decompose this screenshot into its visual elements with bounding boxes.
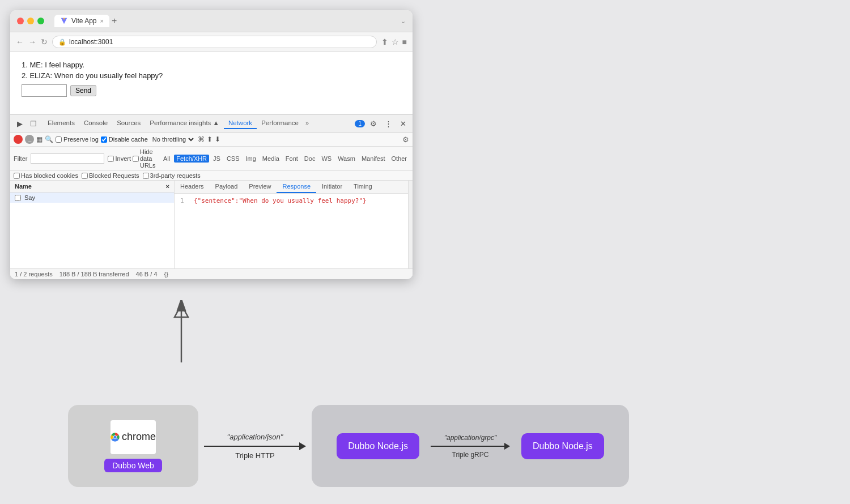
chip-js[interactable]: JS — [211, 155, 223, 163]
tab-performance[interactable]: Performance — [257, 118, 303, 129]
requests-count: 1 / 2 requests — [15, 271, 53, 277]
back-button[interactable]: ← — [16, 37, 24, 46]
up-arrow — [164, 300, 198, 370]
split-view-icon[interactable]: ■ — [402, 37, 407, 46]
chip-ws[interactable]: WS — [319, 155, 334, 163]
chrome-label: chrome — [122, 431, 156, 443]
devtools-tabs: Elements Console Sources Performance ins… — [43, 118, 354, 129]
tab-payload[interactable]: Payload — [210, 181, 244, 193]
window-controls: ⌄ — [401, 18, 406, 25]
chip-media[interactable]: Media — [260, 155, 282, 163]
new-tab-button[interactable]: + — [112, 16, 117, 26]
lock-icon: 🔒 — [58, 39, 66, 46]
preserve-log-checkbox[interactable] — [56, 136, 62, 143]
filter-input[interactable] — [31, 153, 104, 164]
tab-network[interactable]: Network — [224, 118, 257, 129]
search-icon[interactable]: 🔍 — [45, 135, 53, 143]
chip-wasm[interactable]: Wasm — [335, 155, 358, 163]
tab-console[interactable]: Console — [79, 118, 112, 129]
filter-bar: Filter Invert Hide data URLs All Fetch/X… — [10, 147, 413, 171]
record-button[interactable] — [14, 135, 23, 144]
close-button[interactable] — [17, 18, 24, 24]
response-tabs: Headers Payload Preview Response Initiat… — [175, 181, 408, 194]
page-content: 1. ME: I feel happy. 2. ELIZA: When do y… — [10, 52, 413, 114]
more-tabs[interactable]: » — [303, 118, 311, 129]
invert-checkbox[interactable] — [108, 156, 114, 162]
clear-button[interactable]: ⎯ — [25, 135, 34, 144]
close-panel-icon[interactable]: × — [166, 183, 169, 190]
network-settings-icon[interactable]: ⚙ — [402, 135, 409, 144]
blocked-requests-label: Blocked Requests — [82, 172, 139, 179]
tab-response[interactable]: Response — [277, 181, 316, 193]
line-number: 1 — [180, 197, 189, 204]
tab-headers[interactable]: Headers — [175, 181, 210, 193]
inspect-element-button[interactable]: ▶ — [14, 117, 26, 130]
server-arrow-line — [431, 443, 510, 450]
third-party-text: 3rd-party requests — [150, 172, 201, 179]
chip-doc[interactable]: Doc — [302, 155, 318, 163]
arrow-head-1 — [299, 442, 306, 450]
tab-initiator[interactable]: Initiator — [316, 181, 348, 193]
third-party-label: 3rd-party requests — [143, 172, 201, 179]
devtools-right: 1 ⚙ ⋮ ✕ — [355, 117, 409, 130]
chip-css[interactable]: CSS — [224, 155, 242, 163]
chip-manifest[interactable]: Manifest — [359, 155, 388, 163]
send-button[interactable]: Send — [70, 85, 96, 96]
browser-tab[interactable]: Vite App × — [54, 15, 109, 27]
filter-icon[interactable]: ▦ — [36, 135, 42, 143]
hide-data-urls-checkbox[interactable] — [133, 156, 139, 162]
tab-sources[interactable]: Sources — [112, 118, 145, 129]
chip-all[interactable]: All — [161, 155, 172, 163]
table-row[interactable]: Say — [10, 193, 174, 203]
format-icon[interactable]: {} — [164, 271, 168, 277]
throttle-select[interactable]: No throttling — [150, 135, 196, 143]
response-json: {"sentence":"When do you usually feel ha… — [194, 197, 367, 204]
chat-line-1: 1. ME: I feel happy. — [22, 61, 401, 69]
blocked-requests-checkbox[interactable] — [82, 173, 88, 179]
devtools: ▶ ☐ Elements Console Sources Performance… — [10, 114, 413, 279]
disable-cache-checkbox[interactable] — [101, 136, 107, 143]
tab-close-icon[interactable]: × — [100, 18, 103, 24]
has-blocked-checkbox[interactable] — [14, 173, 20, 179]
requests-area: Name × Say Headers Payload Preview Respo… — [10, 181, 413, 268]
hide-data-urls-label: Hide data URLs — [133, 148, 159, 169]
filter-chips: Invert Hide data URLs All Fetch/XHR JS C… — [108, 148, 409, 169]
more-options-icon[interactable]: ⋮ — [382, 117, 394, 130]
chip-img[interactable]: Img — [244, 155, 258, 163]
tab-preview[interactable]: Preview — [243, 181, 277, 193]
third-party-checkbox[interactable] — [143, 173, 149, 179]
url-field[interactable]: 🔒 localhost:3001 — [52, 36, 377, 48]
arrow-line-body — [204, 446, 299, 447]
tab-area: Vite App × + — [54, 15, 396, 27]
has-blocked-text: Has blocked cookies — [21, 172, 78, 179]
reload-button[interactable]: ↻ — [41, 37, 48, 46]
chip-other[interactable]: Other — [389, 155, 409, 163]
chip-font[interactable]: Font — [283, 155, 300, 163]
arrow-line-1 — [204, 442, 306, 450]
bookmark-icon[interactable]: ☆ — [392, 37, 399, 46]
device-toolbar-button[interactable]: ☐ — [27, 117, 40, 130]
chip-fetchxhr[interactable]: Fetch/XHR — [174, 155, 209, 163]
settings-icon[interactable]: ⚙ — [367, 117, 380, 130]
response-scrollbar[interactable] — [408, 181, 413, 268]
chat-line-2: 2. ELIZA: When do you usually feel happy… — [22, 71, 401, 80]
tab-title: Vite App — [71, 17, 96, 25]
has-blocked-label: Has blocked cookies — [14, 172, 78, 179]
tab-performance-insights[interactable]: Performance insights ▲ — [145, 118, 224, 129]
wifi-icon: ⌘ — [198, 135, 205, 143]
tab-timing[interactable]: Timing — [348, 181, 378, 193]
chat-input[interactable] — [22, 84, 67, 97]
forward-button[interactable]: → — [28, 37, 36, 46]
row-checkbox[interactable] — [15, 195, 21, 201]
import-icon[interactable]: ⬆ — [207, 135, 212, 143]
issues-badge[interactable]: 1 — [355, 120, 365, 127]
resource-size: 46 B / 4 — [136, 271, 158, 277]
share-icon[interactable]: ⬆ — [381, 37, 388, 46]
json-content-type-label: "application/json" — [227, 433, 283, 441]
minimize-button[interactable] — [27, 18, 34, 24]
close-devtools-icon[interactable]: ✕ — [397, 117, 409, 130]
maximize-button[interactable] — [37, 18, 44, 24]
tab-elements[interactable]: Elements — [43, 118, 79, 129]
traffic-lights — [17, 18, 44, 24]
export-icon[interactable]: ⬇ — [215, 135, 220, 143]
